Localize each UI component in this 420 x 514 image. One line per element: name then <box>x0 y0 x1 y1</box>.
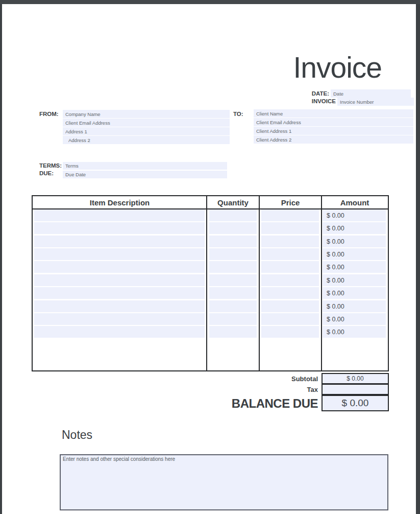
item-price-input[interactable] <box>261 209 319 221</box>
tax-value-field[interactable] <box>322 384 389 395</box>
item-amount-field[interactable] <box>323 326 386 338</box>
item-description-input[interactable] <box>34 209 205 221</box>
subtotal-label: Subtotal <box>184 373 318 384</box>
table-row <box>33 261 388 273</box>
item-quantity-input[interactable] <box>209 209 257 221</box>
due-label: DUE: <box>39 170 63 176</box>
table-row <box>33 209 388 221</box>
table-row <box>33 274 388 286</box>
item-amount-field[interactable] <box>323 209 386 221</box>
item-quantity-input[interactable] <box>209 287 257 299</box>
to-client-name-input[interactable] <box>254 109 413 118</box>
item-description-input[interactable] <box>34 222 205 234</box>
from-company-name-input[interactable] <box>63 110 230 118</box>
viewer-frame-top <box>0 0 420 4</box>
item-amount-field[interactable] <box>323 222 386 234</box>
notes-heading: Notes <box>62 428 92 442</box>
page-title: Invoice <box>204 53 382 83</box>
item-description-input[interactable] <box>34 236 205 247</box>
table-row <box>33 287 388 299</box>
from-email-input[interactable] <box>63 119 230 127</box>
date-input[interactable] <box>331 89 411 98</box>
item-price-input[interactable] <box>261 222 319 234</box>
to-email-input[interactable] <box>254 118 413 126</box>
item-price-input[interactable] <box>261 300 319 312</box>
header-price: Price <box>259 198 322 207</box>
table-row <box>33 236 388 247</box>
item-quantity-input[interactable] <box>209 313 257 325</box>
item-quantity-input[interactable] <box>209 222 257 234</box>
invoice-page: Invoice DATE: INVOICE FROM: TO: TERMS: D… <box>0 0 420 514</box>
item-description-input[interactable] <box>34 287 205 299</box>
header-item-description: Item Description <box>33 198 207 207</box>
invoice-number-label: INVOICE <box>286 98 336 104</box>
due-date-input[interactable] <box>63 171 227 178</box>
item-quantity-input[interactable] <box>209 300 257 312</box>
item-description-input[interactable] <box>34 313 205 325</box>
item-amount-field[interactable] <box>323 248 386 260</box>
item-amount-field[interactable] <box>323 313 386 325</box>
item-amount-field[interactable] <box>323 274 386 286</box>
to-address2-input[interactable] <box>254 135 413 144</box>
item-amount-field[interactable] <box>323 300 386 312</box>
item-quantity-input[interactable] <box>209 274 257 286</box>
items-table: Item Description Quantity Price Amount <box>32 195 389 371</box>
tax-label: Tax <box>184 384 318 395</box>
invoice-number-input[interactable] <box>337 98 414 106</box>
item-quantity-input[interactable] <box>209 326 257 338</box>
table-row <box>33 326 388 338</box>
item-price-input[interactable] <box>261 261 319 273</box>
item-quantity-input[interactable] <box>209 261 257 273</box>
subtotal-value-field[interactable] <box>322 373 389 384</box>
table-row <box>33 313 388 325</box>
viewer-frame-left <box>0 4 2 514</box>
header-amount: Amount <box>322 198 388 207</box>
item-quantity-input[interactable] <box>209 248 257 260</box>
item-description-input[interactable] <box>34 248 205 260</box>
item-description-input[interactable] <box>34 326 205 338</box>
item-price-input[interactable] <box>261 287 319 299</box>
header-quantity: Quantity <box>207 198 259 207</box>
item-price-input[interactable] <box>261 236 319 247</box>
balance-due-value-field[interactable] <box>322 395 389 411</box>
item-amount-field[interactable] <box>323 236 386 247</box>
item-description-input[interactable] <box>34 274 205 286</box>
items-table-body <box>33 209 388 339</box>
table-row <box>33 222 388 234</box>
from-address2-input[interactable] <box>63 136 230 144</box>
notes-textarea[interactable] <box>60 454 388 510</box>
item-description-input[interactable] <box>34 261 205 273</box>
item-price-input[interactable] <box>261 248 319 260</box>
item-description-input[interactable] <box>34 300 205 312</box>
table-row <box>33 300 388 312</box>
balance-due-label: BALANCE DUE <box>184 395 318 411</box>
item-amount-field[interactable] <box>323 261 386 273</box>
item-price-input[interactable] <box>261 313 319 325</box>
item-amount-field[interactable] <box>323 287 386 299</box>
from-label: FROM: <box>39 111 63 117</box>
viewer-frame-right-scrollbar[interactable] <box>416 4 420 514</box>
items-table-header: Item Description Quantity Price Amount <box>33 196 388 209</box>
date-label: DATE: <box>286 90 329 97</box>
item-quantity-input[interactable] <box>209 236 257 247</box>
table-row <box>33 248 388 260</box>
terms-label: TERMS: <box>39 162 63 169</box>
item-price-input[interactable] <box>261 274 319 286</box>
from-address1-input[interactable] <box>63 127 230 135</box>
terms-input[interactable] <box>63 162 227 170</box>
to-address1-input[interactable] <box>254 127 413 135</box>
to-label: TO: <box>233 111 249 117</box>
item-price-input[interactable] <box>261 326 319 338</box>
